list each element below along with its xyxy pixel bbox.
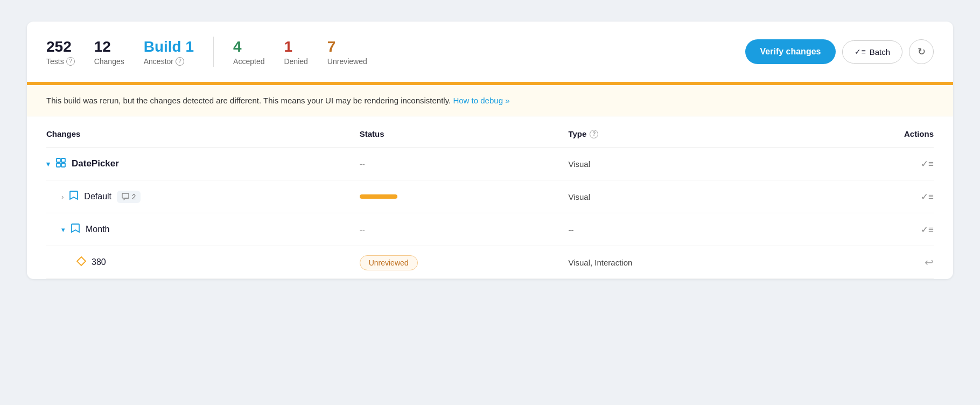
stat-denied: 1 Denied xyxy=(284,38,307,66)
chevron-right-icon[interactable]: › xyxy=(61,193,64,201)
svg-rect-1 xyxy=(61,158,65,162)
ancestor-value: Build 1 xyxy=(144,38,194,56)
table-header: Changes Status Type ? Actions xyxy=(46,116,934,148)
batch-button[interactable]: ✓≡ Batch xyxy=(842,40,902,64)
default-status xyxy=(360,194,569,199)
table-row: ▾ Month -- -- ✓≡ xyxy=(46,213,934,246)
stat-tests: 252 Tests ? xyxy=(46,38,75,66)
denied-value: 1 xyxy=(284,38,307,56)
header: 252 Tests ? 12 Changes Build 1 Ancestor … xyxy=(27,22,953,82)
table-section: Changes Status Type ? Actions ▾ xyxy=(27,116,953,279)
datepicker-name: DatePicker xyxy=(72,158,119,169)
accepted-label: Accepted xyxy=(233,57,264,66)
batch-action-icon[interactable]: ✓≡ xyxy=(921,158,934,170)
comment-badge: 2 xyxy=(117,191,141,203)
chevron-down-icon[interactable]: ▾ xyxy=(61,226,65,234)
month-actions: ✓≡ xyxy=(777,224,934,235)
chevron-down-icon[interactable]: ▾ xyxy=(46,160,50,168)
stat-changes: 12 Changes xyxy=(94,38,124,66)
diamond-icon xyxy=(76,256,86,268)
bookmark-icon xyxy=(69,190,79,203)
batch-action-icon[interactable]: ✓≡ xyxy=(921,224,934,235)
header-actions: Verify changes ✓≡ Batch ↻ xyxy=(745,39,934,64)
col-status: Status xyxy=(360,129,569,138)
stat-ancestor: Build 1 Ancestor ? xyxy=(144,38,194,66)
accepted-value: 4 xyxy=(233,38,264,56)
verify-changes-button[interactable]: Verify changes xyxy=(745,39,836,64)
default-type: Visual xyxy=(568,192,777,201)
tests-value: 252 xyxy=(46,38,75,56)
item-380-status: Unreviewed xyxy=(360,258,569,267)
unreviewed-badge: Unreviewed xyxy=(360,255,418,270)
batch-action-icon[interactable]: ✓≡ xyxy=(921,191,934,202)
denied-label: Denied xyxy=(284,57,307,66)
month-name: Month xyxy=(86,225,109,234)
svg-rect-3 xyxy=(61,163,65,167)
stat-accepted: 4 Accepted xyxy=(233,38,264,66)
table-row: 380 Unreviewed Visual, Interaction ↩ xyxy=(46,246,934,279)
col-changes: Changes xyxy=(46,129,360,138)
changes-value: 12 xyxy=(94,38,124,56)
item-380-type: Visual, Interaction xyxy=(568,258,777,267)
debug-link[interactable]: How to debug » xyxy=(453,96,509,105)
col-type: Type ? xyxy=(568,129,777,138)
stats-divider xyxy=(213,37,214,67)
grid-icon xyxy=(55,157,66,170)
svg-rect-4 xyxy=(122,193,129,198)
item-380-actions: ↩ xyxy=(777,256,934,269)
table-row: ▾ DatePicker -- Visual ✓≡ xyxy=(46,148,934,180)
status-progress-bar xyxy=(360,194,397,199)
tests-help-icon[interactable]: ? xyxy=(66,57,75,66)
col-actions: Actions xyxy=(777,129,934,138)
changes-label: Changes xyxy=(94,57,124,66)
ancestor-help-icon[interactable]: ? xyxy=(176,57,184,66)
unreviewed-label: Unreviewed xyxy=(327,57,367,66)
month-type: -- xyxy=(568,225,777,234)
datepicker-actions: ✓≡ xyxy=(777,158,934,170)
row-datepicker-changes: ▾ DatePicker xyxy=(46,157,360,170)
month-status: -- xyxy=(360,225,569,234)
svg-rect-0 xyxy=(57,158,60,162)
ancestor-label: Ancestor ? xyxy=(144,57,194,66)
batch-check-icon: ✓≡ xyxy=(855,47,865,56)
undo-icon[interactable]: ↩ xyxy=(925,256,934,269)
warning-text: This build was rerun, but the changes de… xyxy=(46,96,451,105)
default-name: Default xyxy=(84,192,111,201)
stat-unreviewed: 7 Unreviewed xyxy=(327,38,367,66)
tests-label: Tests ? xyxy=(46,57,75,66)
datepicker-status: -- xyxy=(360,159,569,169)
refresh-icon: ↻ xyxy=(918,46,926,58)
row-380-changes: 380 xyxy=(46,256,360,268)
row-month-changes: ▾ Month xyxy=(46,223,360,236)
main-card: 252 Tests ? 12 Changes Build 1 Ancestor … xyxy=(27,22,953,279)
bookmark-icon xyxy=(71,223,80,236)
datepicker-type: Visual xyxy=(568,159,777,169)
refresh-button[interactable]: ↻ xyxy=(909,39,934,64)
status-bar-wrap xyxy=(360,194,569,199)
warning-body: This build was rerun, but the changes de… xyxy=(27,85,953,116)
unreviewed-value: 7 xyxy=(327,38,367,56)
item-380-name: 380 xyxy=(92,257,106,267)
svg-rect-2 xyxy=(57,163,60,167)
table-row: › Default 2 xyxy=(46,180,934,213)
row-default-changes: › Default 2 xyxy=(46,190,360,203)
default-actions: ✓≡ xyxy=(777,191,934,202)
type-help-icon[interactable]: ? xyxy=(590,130,598,138)
